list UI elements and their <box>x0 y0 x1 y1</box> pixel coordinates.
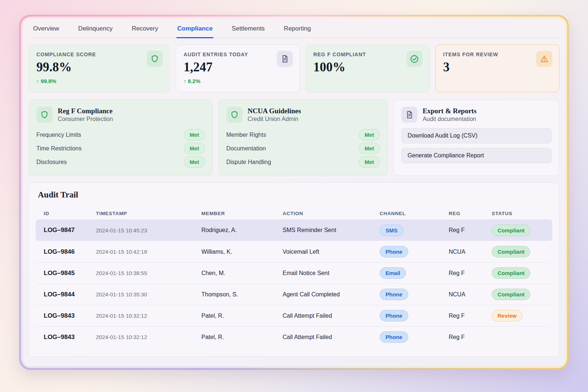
compliance-dashboard: Overview Delinquency Recovery Compliance… <box>23 18 565 366</box>
action-text: Call Attempt Failed <box>283 313 380 319</box>
stat-delta: ↑ 99.8% <box>36 78 162 84</box>
status-badge: Compliant <box>492 225 530 236</box>
log-id: LOG–9846 <box>44 248 96 256</box>
status-badge: Met <box>359 156 380 168</box>
rule-label: Frequency Limits <box>36 132 81 138</box>
channel-badge: Phone <box>380 289 408 300</box>
action-text: Agent Call Completed <box>283 291 380 298</box>
rule-label: Documentation <box>226 145 266 152</box>
tab-recovery[interactable]: Recovery <box>131 24 159 38</box>
regulation: Reg F <box>449 334 492 341</box>
rule-row: Member Rights Met <box>226 128 380 142</box>
regulation: NCUA <box>449 291 492 298</box>
main-tabbar: Overview Delinquency Recovery Compliance… <box>29 18 559 38</box>
column-header-channel: CHANNEL <box>380 211 449 216</box>
action-text: Email Notice Sent <box>283 270 380 277</box>
tab-reporting[interactable]: Reporting <box>283 24 312 38</box>
status-badge: Met <box>184 143 205 154</box>
member-name: Williams, K. <box>201 249 283 255</box>
status-badge: Compliant <box>492 267 530 279</box>
member-name: Chen, M. <box>201 270 283 277</box>
panel-ncua-guidelines: NCUA Guidelines Credit Union Admin Membe… <box>219 100 388 176</box>
panel-export-reports: Export & Reports Audit documentation Dow… <box>394 100 559 176</box>
rule-label: Dispute Handling <box>226 159 271 165</box>
status-badge: Compliant <box>492 289 530 300</box>
rule-row: Disclosures Met <box>36 155 205 169</box>
column-header-reg: REG <box>449 211 492 216</box>
status-badge: Met <box>184 129 205 140</box>
panel-subtitle: Consumer Protection <box>58 116 113 122</box>
table-row[interactable]: LOG–9843 2024-01-15 10:32:12 Patel, R. C… <box>36 326 552 348</box>
stat-value: 99.8% <box>36 60 162 75</box>
action-text: Voicemail Left <box>283 249 380 255</box>
status-badge: Compliant <box>492 246 530 257</box>
column-header-action: ACTION <box>283 211 380 216</box>
document-icon <box>277 51 293 67</box>
table-row[interactable]: LOG–9844 2024-01-15 10:35:30 Thompson, S… <box>36 284 552 305</box>
log-id: LOG–9843 <box>44 312 96 320</box>
status-badge: Review <box>492 310 523 321</box>
regulation: Reg F <box>449 270 492 277</box>
member-name: Thompson, S. <box>201 291 283 298</box>
stat-card-items-for-review: ITEMS FOR REVIEW 3 <box>435 44 559 92</box>
log-id: LOG–9847 <box>44 227 96 234</box>
audit-trail-title: Audit Trail <box>36 190 552 200</box>
stat-value: 1,247 <box>183 60 292 75</box>
panel-title: Reg F Compliance <box>58 107 113 115</box>
tab-settlements[interactable]: Settlements <box>231 24 266 38</box>
column-header-member: MEMBER <box>201 211 283 216</box>
audit-table-header: ID TIMESTAMP MEMBER ACTION CHANNEL REG S… <box>36 207 552 220</box>
stat-cards: COMPLIANCE SCORE 99.8% ↑ 99.8% AUDIT ENT… <box>29 44 559 92</box>
rule-row: Documentation Met <box>226 142 380 155</box>
table-row[interactable]: LOG–9845 2024-01-15 10:38:55 Chen, M. Em… <box>36 262 552 284</box>
action-text: Call Attempt Failed <box>283 334 380 341</box>
channel-badge: Email <box>380 267 406 279</box>
shield-icon <box>226 107 243 123</box>
timestamp: 2024-01-15 10:32:12 <box>96 334 201 340</box>
stat-delta: ↑ 8.2% <box>183 78 292 84</box>
panel-reg-f-compliance: Reg F Compliance Consumer Protection Fre… <box>29 100 213 176</box>
stat-label: REG F COMPLIANT <box>313 51 422 57</box>
audit-rows: LOG–9847 2024-01-15 10:45:23 Rodriguez, … <box>36 220 552 348</box>
stat-label: COMPLIANCE SCORE <box>36 51 162 57</box>
stat-value: 3 <box>443 60 552 75</box>
status-badge: Met <box>359 129 380 140</box>
timestamp: 2024-01-15 10:42:18 <box>96 249 201 255</box>
timestamp: 2024-01-15 10:32:12 <box>96 313 201 319</box>
member-name: Patel, R. <box>201 334 283 341</box>
table-row[interactable]: LOG–9843 2024-01-15 10:32:12 Patel, R. C… <box>36 305 552 326</box>
rule-label: Member Rights <box>226 132 266 138</box>
compliance-panels: Reg F Compliance Consumer Protection Fre… <box>29 100 559 176</box>
timestamp: 2024-01-15 10:38:55 <box>96 270 201 276</box>
channel-badge: Phone <box>380 310 408 321</box>
status-badge: Met <box>184 156 205 168</box>
app-window-frame: Overview Delinquency Recovery Compliance… <box>19 15 569 370</box>
stat-label: ITEMS FOR REVIEW <box>443 51 552 57</box>
tab-delinquency[interactable]: Delinquency <box>78 24 114 38</box>
stat-value: 100% <box>313 60 422 75</box>
channel-badge: SMS <box>380 225 404 236</box>
shield-icon <box>36 107 53 123</box>
regulation: Reg F <box>449 227 492 234</box>
member-name: Patel, R. <box>201 313 283 319</box>
column-header-status: STATUS <box>492 211 552 216</box>
tab-overview[interactable]: Overview <box>32 24 60 38</box>
stat-label: AUDIT ENTRIES TODAY <box>183 51 292 57</box>
timestamp: 2024-01-15 10:35:30 <box>96 291 201 297</box>
rule-row: Dispute Handling Met <box>226 155 380 169</box>
audit-trail-card: Audit Trail ID TIMESTAMP MEMBER ACTION C… <box>29 182 559 357</box>
log-id: LOG–9843 <box>44 334 96 341</box>
channel-badge: Phone <box>380 246 408 257</box>
stat-card-audit-entries: AUDIT ENTRIES TODAY 1,247 ↑ 8.2% <box>176 44 300 92</box>
download-audit-log-button[interactable]: Download Audit Log (CSV) <box>401 128 552 143</box>
rule-label: Disclosures <box>36 159 67 165</box>
table-row[interactable]: LOG–9846 2024-01-15 10:42:18 Williams, K… <box>36 241 552 262</box>
column-header-id: ID <box>44 211 96 216</box>
tab-compliance[interactable]: Compliance <box>176 24 213 38</box>
table-row[interactable]: LOG–9847 2024-01-15 10:45:23 Rodriguez, … <box>36 220 552 241</box>
document-icon <box>401 107 417 123</box>
log-id: LOG–9844 <box>44 291 96 298</box>
generate-compliance-report-button[interactable]: Generate Compliance Report <box>401 148 552 163</box>
log-id: LOG–9845 <box>44 270 96 277</box>
regulation: Reg F <box>449 313 492 319</box>
